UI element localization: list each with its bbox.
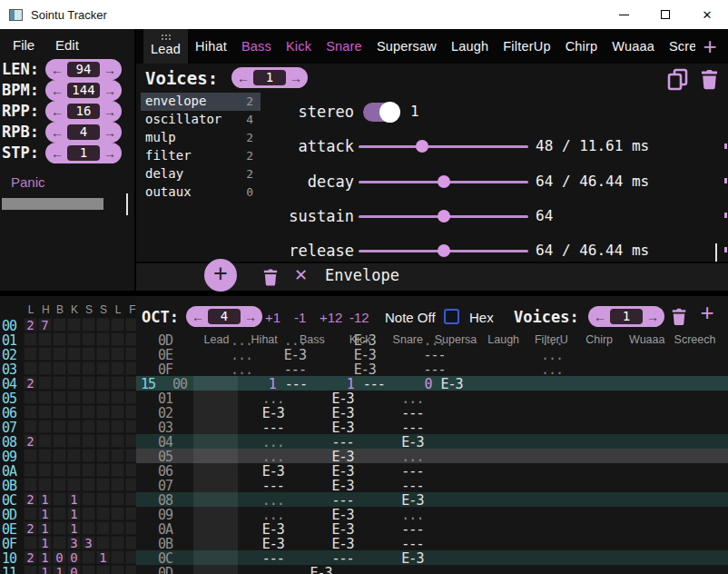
order-cell[interactable] bbox=[96, 434, 110, 448]
panic-button[interactable]: Panic bbox=[11, 174, 45, 190]
slider-knob[interactable] bbox=[438, 175, 450, 188]
order-cell[interactable] bbox=[38, 376, 52, 390]
bpm-value[interactable]: 144 bbox=[67, 83, 100, 98]
order-cell[interactable] bbox=[67, 332, 81, 346]
order-cell[interactable] bbox=[96, 347, 110, 361]
pattern-row-0A[interactable]: 0AE-3E-3--- bbox=[136, 521, 728, 536]
order-cell[interactable] bbox=[38, 405, 52, 419]
hex-checkbox[interactable] bbox=[444, 309, 459, 324]
order-cell[interactable] bbox=[82, 347, 95, 361]
order-cell[interactable]: 7 bbox=[38, 318, 52, 332]
order-cell[interactable] bbox=[24, 507, 37, 520]
note-cell[interactable]: --- bbox=[285, 376, 307, 392]
order-cell[interactable]: 2 bbox=[24, 318, 37, 332]
minimize-button[interactable] bbox=[603, 0, 644, 29]
disable-unit-button[interactable]: ✕ bbox=[294, 265, 308, 285]
order-cell[interactable] bbox=[111, 376, 124, 390]
order-cell[interactable] bbox=[82, 550, 95, 564]
slider-knob[interactable] bbox=[416, 140, 428, 153]
order-cell[interactable] bbox=[24, 332, 37, 346]
order-cell[interactable] bbox=[53, 391, 66, 404]
decrease-arrow-icon[interactable]: ← bbox=[51, 105, 64, 118]
menu-file[interactable]: File bbox=[13, 37, 34, 53]
order-cell[interactable] bbox=[82, 449, 95, 462]
order-cell[interactable] bbox=[53, 492, 66, 506]
order-cell[interactable] bbox=[38, 347, 52, 361]
order-cell[interactable] bbox=[96, 332, 110, 346]
order-cell[interactable]: 1 bbox=[38, 507, 52, 520]
pattern-row-00[interactable]: 15001---1---0E-3 bbox=[136, 376, 728, 391]
tab-bass[interactable]: Bass bbox=[234, 29, 279, 64]
order-cell[interactable] bbox=[24, 361, 37, 375]
order-cell[interactable] bbox=[125, 478, 136, 491]
increase-arrow-icon[interactable]: → bbox=[103, 126, 116, 139]
pattern-row-05[interactable]: 05...E-3... bbox=[136, 449, 728, 463]
order-cell[interactable] bbox=[96, 521, 110, 535]
order-cell[interactable]: 3 bbox=[82, 536, 95, 549]
order-cell[interactable] bbox=[125, 507, 136, 520]
order-cell[interactable] bbox=[125, 550, 136, 564]
order-cell[interactable] bbox=[38, 434, 52, 448]
order-cell[interactable] bbox=[111, 521, 124, 535]
order-cell[interactable]: 1 bbox=[38, 536, 52, 549]
order-cell[interactable] bbox=[67, 463, 81, 477]
order-cell[interactable] bbox=[67, 391, 81, 404]
order-cell[interactable] bbox=[82, 332, 95, 346]
step-value[interactable]: 1 bbox=[67, 145, 100, 161]
order-cell[interactable]: 2 bbox=[24, 492, 37, 506]
order-cell[interactable] bbox=[82, 434, 95, 448]
order-cell[interactable] bbox=[67, 405, 81, 419]
order-cell[interactable] bbox=[38, 478, 52, 491]
order-cell[interactable] bbox=[53, 318, 66, 332]
order-cell[interactable] bbox=[111, 318, 124, 332]
pattern-row-06[interactable]: 06E-3E-3--- bbox=[136, 463, 728, 478]
tab-supersaw[interactable]: Supersaw bbox=[369, 29, 444, 64]
order-cell[interactable] bbox=[24, 565, 37, 574]
transpose-down-12-button[interactable]: -12 bbox=[349, 310, 369, 325]
stereo-toggle[interactable] bbox=[363, 103, 399, 122]
order-cell[interactable]: 1 bbox=[38, 521, 52, 535]
note-cell[interactable]: E-3 bbox=[441, 376, 463, 392]
order-cell[interactable] bbox=[111, 550, 124, 564]
add-track-button[interactable]: + bbox=[694, 299, 721, 330]
pattern-row-0C[interactable]: 0C------E-3 bbox=[136, 550, 728, 565]
close-button[interactable]: ✕ bbox=[686, 0, 728, 29]
order-cell[interactable] bbox=[111, 565, 124, 574]
order-cell[interactable] bbox=[67, 361, 81, 375]
order-cell[interactable] bbox=[96, 478, 110, 491]
note-cell[interactable]: ... bbox=[541, 361, 563, 378]
order-cell[interactable] bbox=[96, 391, 110, 404]
slider-track[interactable] bbox=[359, 145, 528, 148]
order-cell[interactable] bbox=[125, 361, 136, 375]
octave-value[interactable]: 4 bbox=[208, 309, 241, 324]
order-cell[interactable] bbox=[24, 405, 37, 419]
order-cell[interactable] bbox=[24, 347, 37, 361]
increase-arrow-icon[interactable]: → bbox=[290, 72, 302, 84]
order-cell[interactable] bbox=[82, 521, 95, 535]
increase-arrow-icon[interactable]: → bbox=[103, 147, 116, 160]
pattern-row-03[interactable]: 03---E-3--- bbox=[136, 420, 728, 434]
order-cell[interactable] bbox=[125, 521, 136, 535]
order-cell[interactable] bbox=[125, 492, 136, 506]
transpose-up-12-button[interactable]: +12 bbox=[320, 310, 342, 325]
order-cell[interactable] bbox=[111, 492, 124, 506]
transpose-down-1-button[interactable]: -1 bbox=[294, 310, 306, 325]
order-cell[interactable] bbox=[111, 391, 124, 404]
note-cell[interactable]: E-3 bbox=[401, 550, 423, 567]
pattern-row-01[interactable]: 01...E-3... bbox=[136, 391, 728, 405]
tab-snare[interactable]: Snare bbox=[319, 29, 369, 64]
order-cell[interactable] bbox=[53, 536, 66, 549]
order-cell[interactable] bbox=[125, 376, 136, 390]
pattern-row-08[interactable]: 08...---E-3 bbox=[136, 492, 728, 507]
order-cell[interactable] bbox=[125, 332, 136, 346]
note-cell[interactable]: --- bbox=[363, 376, 385, 392]
tab-lead[interactable]: Lead bbox=[143, 29, 188, 64]
order-cell[interactable] bbox=[24, 391, 37, 404]
order-cell[interactable]: 1 bbox=[53, 565, 66, 574]
increase-arrow-icon[interactable]: → bbox=[103, 64, 116, 76]
order-cell[interactable] bbox=[67, 347, 81, 361]
pattern-row-0F[interactable]: 0F...---E-3---... bbox=[136, 361, 728, 376]
order-cell[interactable] bbox=[111, 478, 124, 491]
order-cell[interactable] bbox=[111, 347, 124, 361]
order-cell[interactable] bbox=[125, 391, 136, 404]
